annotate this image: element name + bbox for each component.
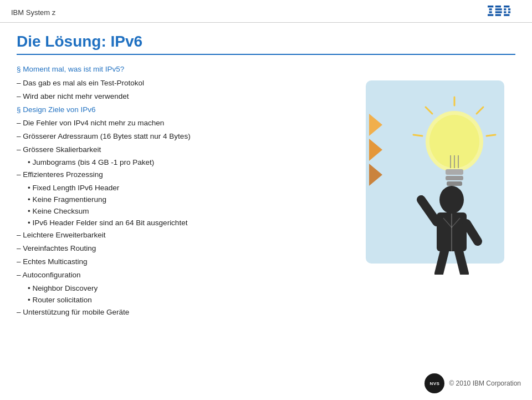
list-item: Unterstützung für mobile Geräte bbox=[17, 307, 338, 318]
svg-rect-4 bbox=[495, 6, 501, 7]
svg-line-36 bbox=[459, 251, 464, 274]
list-item: Jumbograms (bis 4 GB -1 pro Paket) bbox=[28, 157, 338, 169]
svg-rect-11 bbox=[504, 11, 506, 13]
list-item: Fixed Length IPv6 Header bbox=[28, 183, 338, 194]
list-item: Die Fehler von IPv4 nicht mehr zu machen bbox=[17, 118, 338, 129]
footer-logo-icon: NVS bbox=[424, 373, 444, 393]
svg-rect-6 bbox=[495, 11, 502, 13]
list-item: Keine Fragmentierung bbox=[28, 194, 338, 206]
company-name: IBM System z bbox=[11, 8, 55, 17]
list-item: IPv6 Header Felder sind an 64 Bit ausger… bbox=[28, 217, 338, 229]
intro-question: Moment mal, was ist mit IPv5? bbox=[23, 65, 124, 73]
svg-rect-8 bbox=[504, 6, 509, 7]
copyright-text: © 2010 IBM Corporation bbox=[449, 379, 521, 387]
sub-list: Neighbor Discovery Router solicitation bbox=[17, 283, 338, 306]
svg-rect-10 bbox=[508, 8, 510, 10]
svg-rect-1 bbox=[489, 8, 492, 10]
list-item: Keine Checksum bbox=[28, 206, 338, 217]
list-item: Grösserer Adressraum (16 Bytes statt nur… bbox=[17, 131, 338, 143]
sub-list: Jumbograms (bis 4 GB -1 pro Paket) bbox=[17, 157, 338, 169]
svg-point-31 bbox=[439, 186, 464, 214]
svg-rect-3 bbox=[488, 14, 493, 16]
svg-rect-12 bbox=[508, 11, 510, 13]
illustration-area bbox=[344, 64, 515, 320]
list-item: Autoconfiguration bbox=[17, 270, 338, 281]
footer: NVS © 2010 IBM Corporation bbox=[424, 373, 521, 393]
text-area: § Moment mal, was ist mit IPv5? Das gab … bbox=[17, 64, 338, 320]
list-item: § Moment mal, was ist mit IPv5? bbox=[17, 64, 338, 75]
svg-rect-21 bbox=[446, 176, 463, 180]
list-item: Vereinfachtes Routing bbox=[17, 243, 338, 255]
svg-rect-9 bbox=[504, 8, 506, 10]
svg-rect-22 bbox=[447, 181, 462, 186]
slide-content: Die Lösung: IPv6 § Moment mal, was ist m… bbox=[0, 23, 532, 325]
list-item: § Design Ziele von IPv6 bbox=[17, 104, 338, 116]
list-item: Neighbor Discovery bbox=[28, 283, 338, 295]
list-item: Grössere Skalierbarkeit bbox=[17, 144, 338, 156]
svg-rect-0 bbox=[488, 6, 493, 7]
section-label: Design Ziele von IPv6 bbox=[23, 105, 95, 114]
illustration-icon bbox=[349, 69, 510, 275]
main-list: § Moment mal, was ist mit IPv5? Das gab … bbox=[17, 64, 338, 318]
list-item: Echtes Multicasting bbox=[17, 256, 338, 268]
svg-line-28 bbox=[487, 135, 495, 136]
ibm-logo-icon bbox=[488, 6, 521, 19]
list-item: Das gab es mal als ein Test-Protokol bbox=[17, 78, 338, 89]
svg-line-35 bbox=[439, 251, 444, 274]
svg-line-30 bbox=[413, 135, 422, 136]
slide-title: Die Lösung: IPv6 bbox=[17, 33, 515, 55]
list-item: Router solicitation bbox=[28, 295, 338, 306]
list-item: Wird aber nicht mehr verwendet bbox=[17, 91, 338, 103]
svg-rect-2 bbox=[489, 11, 492, 13]
svg-rect-5 bbox=[495, 8, 502, 10]
svg-rect-13 bbox=[504, 14, 509, 16]
list-item: Effizienteres Prozessing bbox=[17, 169, 338, 181]
sub-list: Fixed Length IPv6 Header Keine Fragmenti… bbox=[17, 183, 338, 229]
content-body: § Moment mal, was ist mit IPv5? Das gab … bbox=[17, 64, 515, 320]
footer-logo-text: NVS bbox=[429, 381, 439, 386]
list-item: Leichtere Erweiterbarkeit bbox=[17, 230, 338, 241]
svg-rect-7 bbox=[495, 14, 501, 16]
top-bar: IBM System z bbox=[0, 0, 532, 23]
svg-rect-20 bbox=[446, 169, 463, 175]
